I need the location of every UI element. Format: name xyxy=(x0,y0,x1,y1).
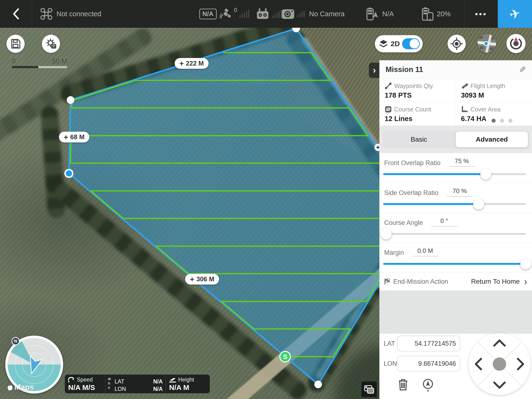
lon-field-label: LON xyxy=(379,360,397,367)
edit-mission-name-button[interactable]: ✎ xyxy=(519,65,526,74)
waypoints-icon xyxy=(385,82,392,89)
tab-advanced[interactable]: Advanced xyxy=(456,132,528,147)
lat-label: LAT xyxy=(114,378,124,385)
edge-distance-label[interactable]: +306 M xyxy=(185,274,219,285)
compass-reset-button[interactable] xyxy=(507,34,526,53)
back-button[interactable] xyxy=(0,0,32,28)
slider-thumb[interactable] xyxy=(473,199,484,209)
tab-zone: Basic Advanced xyxy=(379,126,532,153)
takeoff-button[interactable]: ✈ xyxy=(498,0,532,28)
panel-bottom: LAT 54.177214575 LON 9.667419046 xyxy=(379,334,532,399)
front-overlap-input[interactable]: 75 % xyxy=(449,157,475,167)
position-readout: W G S LAT N/A LON N/A xyxy=(105,375,165,393)
edge-distance-label[interactable]: +222 M xyxy=(175,58,209,69)
2d-toggle[interactable] xyxy=(402,38,420,49)
camera-status: No Camera xyxy=(281,0,344,28)
camera-status-text: No Camera xyxy=(309,10,344,18)
tab-basic[interactable]: Basic xyxy=(383,131,455,148)
slider-label: Side Overlap Ratio xyxy=(384,189,438,197)
chevron-right-icon: › xyxy=(524,278,527,285)
slider-thumb[interactable] xyxy=(380,228,392,240)
course-angle-slider[interactable] xyxy=(383,233,526,235)
save-mission-button[interactable] xyxy=(6,35,25,53)
delete-waypoint-button[interactable] xyxy=(398,379,408,391)
margin-row: Margin 0.0 M xyxy=(379,243,532,273)
camera-icon xyxy=(281,8,295,19)
map-mode-label: 2D xyxy=(391,40,400,48)
rc-signal-bars-icon xyxy=(272,10,282,18)
side-overlap-slider[interactable] xyxy=(383,203,526,205)
gps-status: 0 xyxy=(220,0,249,28)
lon-field[interactable]: 9.667419046 xyxy=(397,356,460,372)
connection-status-text: Not connected xyxy=(57,10,101,18)
start-point-marker[interactable] xyxy=(280,351,290,362)
go-to-location-button[interactable] xyxy=(422,379,434,392)
stat-value: 178 PTS xyxy=(385,91,456,99)
aircraft-battery-value: N/A xyxy=(382,10,394,18)
panel-collapse-handle[interactable]: › xyxy=(369,63,380,78)
vertex-handle[interactable] xyxy=(67,96,74,104)
slider-thumb[interactable] xyxy=(480,169,491,180)
mission-header: Mission 11 ✎ xyxy=(379,60,532,79)
gear-icon xyxy=(45,38,57,50)
panel-spacer xyxy=(379,291,532,334)
link-status: N/A xyxy=(199,0,217,28)
height-readout: Height N/A M xyxy=(165,375,210,393)
speed-value: N/A M/S xyxy=(68,383,102,392)
scale-end-label: 50 M xyxy=(52,57,67,65)
stat-waypoints: Waypoints Qty. 178 PTS xyxy=(379,79,456,102)
end-mission-action-row[interactable]: End-Mission Action Return To Home › xyxy=(379,273,532,291)
save-icon xyxy=(10,38,21,49)
speed-icon xyxy=(68,377,75,383)
map-attribution: Maps xyxy=(7,383,34,392)
stat-course-count: Course Count 12 Lines xyxy=(379,102,456,126)
plus-icon: + xyxy=(64,133,68,141)
edge-distance-label[interactable]: +68 M xyxy=(59,132,89,143)
back-chevron-icon xyxy=(13,8,19,20)
basic-advanced-segmented-control: Basic Advanced xyxy=(383,131,529,148)
speed-readout: Speed N/A M/S xyxy=(65,375,105,393)
minimap-button[interactable] xyxy=(477,34,496,53)
stat-value: 12 Lines xyxy=(385,115,456,123)
stats-pagination-dots[interactable] xyxy=(492,119,512,123)
satellite-icon xyxy=(220,8,232,20)
aircraft-battery-status: N/A xyxy=(367,0,394,28)
lon-value: N/A xyxy=(153,385,163,393)
panel-preview-button[interactable] xyxy=(361,381,377,397)
margin-slider[interactable] xyxy=(383,263,526,265)
side-overlap-row: Side Overlap Ratio 70 % xyxy=(379,183,532,213)
course-angle-input[interactable]: 0 ° xyxy=(431,217,457,227)
lat-field[interactable]: 54.177214575 xyxy=(397,336,460,351)
height-label: Height xyxy=(178,377,194,383)
mission-title: Mission 11 xyxy=(386,65,519,74)
slider-thumb[interactable] xyxy=(520,258,531,269)
selected-vertex-handle[interactable] xyxy=(64,169,73,178)
checkered-flag-icon xyxy=(384,278,390,285)
vertex-handle[interactable] xyxy=(314,380,322,388)
slider-label: Front Overlap Ratio xyxy=(384,159,441,167)
collapse-chevron-icon: › xyxy=(373,65,376,75)
map-mode-toggle-group: 2D xyxy=(375,35,423,52)
lat-field-label: LAT xyxy=(379,340,397,347)
dpad-center[interactable] xyxy=(493,357,506,371)
locate-me-button[interactable] xyxy=(448,35,466,53)
attribution-text: Maps xyxy=(14,383,34,392)
lon-row: LON 9.667419046 xyxy=(379,356,460,372)
remote-controller-icon xyxy=(256,8,270,20)
apple-logo-icon xyxy=(7,384,13,391)
drone-icon xyxy=(40,8,53,20)
overlapping-windows-icon xyxy=(364,385,374,394)
parameter-sliders: Front Overlap Ratio 75 % Side Overlap Ra… xyxy=(379,153,532,273)
side-overlap-input[interactable]: 70 % xyxy=(447,187,473,197)
more-menu-button[interactable]: ••• xyxy=(464,0,498,28)
mission-settings-button[interactable] xyxy=(42,35,60,53)
margin-input[interactable]: 0.0 M xyxy=(412,247,438,256)
nudge-dpad[interactable] xyxy=(469,333,530,395)
front-overlap-row: Front Overlap Ratio 75 % xyxy=(379,153,532,183)
front-overlap-slider[interactable] xyxy=(383,173,526,175)
camera-signal-bars-icon xyxy=(297,11,305,17)
distance-text: 68 M xyxy=(70,133,85,141)
aircraft-status: Not connected xyxy=(40,0,101,28)
wgs-g: G xyxy=(108,381,111,386)
distance-text: 306 M xyxy=(196,276,214,283)
